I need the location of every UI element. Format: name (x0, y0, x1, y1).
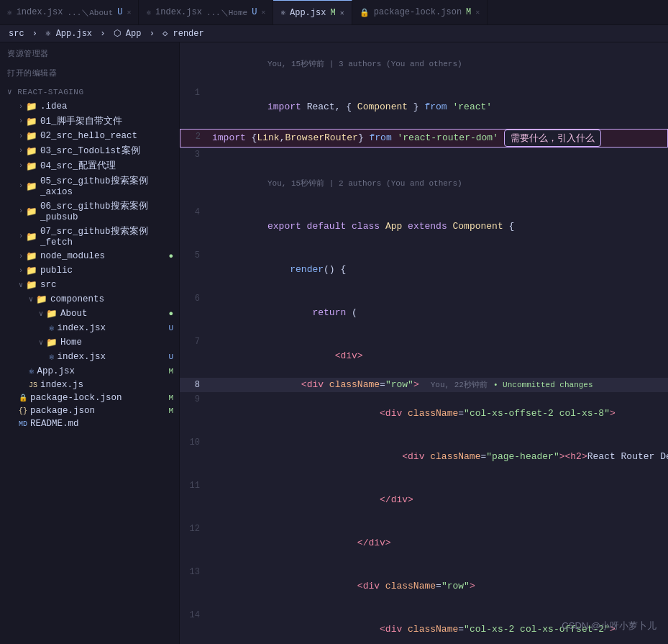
line-content: </div> (209, 479, 668, 522)
folder-icon: 📁 (36, 294, 47, 305)
line-content: You, 15秒钟前 | 3 authors (You and others) (209, 42, 668, 86)
breadcrumb: src › ⚛ App.jsx › ⬡ App › ◇ render (0, 25, 668, 42)
sidebar-item-03[interactable]: › 📁 03_src_TodoList案例 (0, 143, 179, 158)
close-icon[interactable]: ✕ (475, 8, 480, 17)
tab-path: ...＼About (67, 7, 113, 18)
sidebar-label: index.js (40, 380, 179, 390)
sidebar-label: 02_src_hello_react (40, 131, 179, 141)
sidebar-item-04[interactable]: › 📁 04_src_配置代理 (0, 158, 179, 173)
sidebar-item-about-index[interactable]: ⚛ index.jsx U (0, 321, 179, 335)
line-content: <div className="row"> (209, 565, 668, 608)
tab-label: App.jsx (290, 8, 326, 18)
line-num: 12 (180, 522, 209, 536)
tab-index-home[interactable]: ⚛ index.jsx ...＼Home U ✕ (139, 0, 273, 24)
folder-icon: 📁 (26, 279, 37, 291)
tabs-bar: ⚛ index.jsx ...＼About U ✕ ⚛ index.jsx ..… (0, 0, 668, 25)
tab-badge-m: M (330, 8, 335, 18)
sidebar-item-home[interactable]: ∨ 📁 Home (0, 335, 179, 350)
chevron-right-icon: › (19, 132, 23, 140)
line-content: <div className="page-header"><h2>React R… (209, 435, 668, 479)
git-annotation-2: You, 15秒钟前 | 2 authors (You and others) (180, 162, 668, 205)
sidebar-item-components[interactable]: ∨ 📁 components (0, 292, 179, 307)
sidebar-label: Home (60, 337, 179, 348)
folder-icon: 📁 (26, 145, 37, 157)
sidebar-item-06[interactable]: › 📁 06_src_github搜索案例_pubsub (0, 199, 179, 224)
tab-label: index.jsx (17, 7, 63, 17)
sidebar-label: .idea (40, 101, 179, 112)
sidebar-item-05[interactable]: › 📁 05_src_github搜索案例_axios (0, 173, 179, 199)
badge-m: M (168, 394, 173, 402)
line-num: 11 (180, 479, 209, 493)
line-num: 3 (180, 148, 209, 162)
line-num: 9 (180, 392, 209, 407)
sidebar-item-idea[interactable]: › 📁 .idea (0, 99, 179, 114)
code-area: You, 15秒钟前 | 3 authors (You and others) … (180, 42, 668, 644)
sidebar-label: App.jsx (37, 366, 166, 376)
close-icon[interactable]: ✕ (127, 8, 131, 17)
chevron-right-icon: › (19, 182, 23, 190)
breadcrumb-src[interactable]: src (9, 29, 24, 39)
breadcrumb-file[interactable]: ⚛ App.jsx (45, 29, 92, 39)
sidebar: 资源管理器 打开的编辑器 ∨ REACT-STAGING › 📁 .idea ›… (0, 42, 180, 644)
sidebar-item-public[interactable]: › 📁 public (0, 263, 179, 278)
sidebar-item-src[interactable]: ∨ 📁 src (0, 278, 179, 292)
jsx-file-icon: ⚛ (29, 366, 35, 377)
code-line-7: 7 <div> (180, 335, 668, 378)
badge-u: U (168, 353, 173, 361)
breadcrumb-class[interactable]: ⬡ App (114, 29, 142, 39)
folder-icon: 📁 (26, 250, 37, 262)
json-file-icon: {} (19, 407, 27, 415)
line-num: 5 (180, 248, 209, 263)
sidebar-item-readme[interactable]: MD README.md (0, 417, 179, 430)
sidebar-label: package.json (30, 406, 165, 416)
line-num: 13 (180, 565, 209, 579)
tab-app-jsx[interactable]: ⚛ App.jsx M ✕ (273, 0, 352, 24)
line-num: 4 (180, 205, 209, 219)
jsx-icon: ⚛ (280, 8, 285, 17)
folder-icon: 📁 (26, 181, 37, 192)
chevron-right-icon: › (19, 207, 23, 215)
sidebar-label: index.jsx (58, 323, 166, 333)
sidebar-project-title: ∨ REACT-STAGING (0, 81, 179, 99)
jsx-icon: ⚛ (146, 8, 151, 17)
tab-index-about[interactable]: ⚛ index.jsx ...＼About U ✕ (0, 0, 139, 24)
chevron-right-icon: › (19, 103, 23, 111)
md-file-icon: MD (19, 420, 27, 428)
lock-file-icon: 🔒 (19, 394, 27, 402)
folder-icon: 📁 (26, 101, 37, 112)
close-icon[interactable]: ✕ (340, 9, 344, 17)
js-file-icon: JS (29, 381, 37, 389)
sidebar-item-index-js[interactable]: JS index.js (0, 378, 179, 391)
badge-m: M (168, 367, 173, 376)
sidebar-item-node-modules[interactable]: › 📁 node_modules ● (0, 249, 179, 263)
lock-icon: 🔒 (360, 8, 370, 17)
line-content: return ( (209, 291, 668, 335)
tab-package-lock[interactable]: 🔒 package-lock.json M ✕ (352, 0, 488, 24)
code-line-13: 13 <div className="row"> (180, 565, 668, 608)
sidebar-item-01[interactable]: › 📁 01_脚手架自带文件 (0, 114, 179, 129)
sidebar-item-about[interactable]: ∨ 📁 About ● (0, 307, 179, 321)
dot-badge: ● (168, 309, 173, 318)
sidebar-item-07[interactable]: › 📁 07_src_github搜索案例_fetch (0, 224, 179, 249)
sidebar-label: index.jsx (58, 352, 166, 362)
sidebar-label: 04_src_配置代理 (40, 160, 179, 172)
annotation-bubble: 需要什么，引入什么 (504, 130, 601, 147)
line-num: 14 (180, 608, 209, 622)
code-line-2: 2 import {Link,BrowserRouter} from 'reac… (180, 129, 668, 148)
line-num: 7 (180, 335, 209, 349)
sidebar-item-app-jsx[interactable]: ⚛ App.jsx M (0, 364, 179, 378)
sidebar-label: About (60, 309, 165, 319)
close-icon[interactable]: ✕ (261, 8, 265, 17)
folder-icon: 📁 (26, 265, 37, 276)
sidebar-label: package-lock.json (30, 393, 165, 403)
sidebar-item-package-lock[interactable]: 🔒 package-lock.json M (0, 391, 179, 404)
sidebar-item-02[interactable]: › 📁 02_src_hello_react (0, 129, 179, 143)
code-editor[interactable]: You, 15秒钟前 | 3 authors (You and others) … (180, 42, 668, 644)
sidebar-item-package-json[interactable]: {} package.json M (0, 404, 179, 417)
code-line-6: 6 return ( (180, 291, 668, 335)
tab-badge-m: M (466, 7, 471, 17)
breadcrumb-method[interactable]: ◇ render (163, 29, 204, 39)
badge-u: U (168, 324, 173, 332)
sidebar-label: components (50, 294, 179, 304)
sidebar-item-home-index[interactable]: ⚛ index.jsx U (0, 350, 179, 364)
